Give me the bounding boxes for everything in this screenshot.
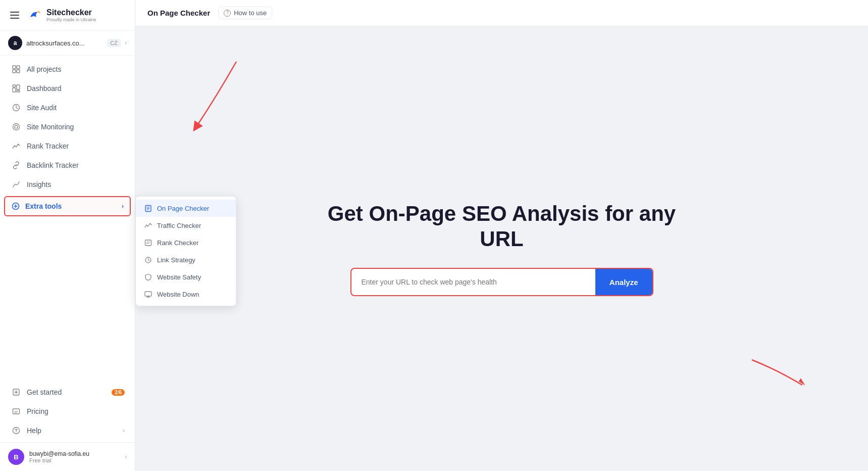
website-safety-icon xyxy=(144,273,152,281)
dropdown-item-label: Website Down xyxy=(157,291,199,298)
avatar: B xyxy=(8,449,24,465)
svg-point-11 xyxy=(15,125,18,128)
analyze-button[interactable]: Analyze xyxy=(595,269,652,295)
page-title: On Page Checker xyxy=(147,9,210,17)
sidebar-item-label: Dashboard xyxy=(27,84,62,92)
svg-rect-22 xyxy=(145,292,151,296)
url-input[interactable] xyxy=(351,278,595,286)
site-audit-icon xyxy=(12,103,21,112)
dropdown-item-label: Rank Checker xyxy=(157,239,198,247)
extra-tools-icon xyxy=(11,202,20,211)
account-chevron-icon: › xyxy=(125,453,127,460)
project-icon: a xyxy=(8,36,22,50)
dropdown-item-label: Website Safety xyxy=(157,273,201,281)
project-name: altrocksurfaces.co... xyxy=(26,39,103,47)
link-strategy-icon xyxy=(144,256,152,264)
rank-tracker-icon xyxy=(12,142,21,151)
traffic-checker-icon xyxy=(144,221,152,229)
logo-text: Sitechecker Proudly made in Ukraine xyxy=(46,8,96,22)
svg-rect-1 xyxy=(13,66,16,69)
url-input-container: Analyze xyxy=(350,268,653,296)
sidebar-header: Sitechecker Proudly made in Ukraine xyxy=(0,0,135,31)
sidebar-item-label: Get started xyxy=(27,388,62,396)
sidebar-item-pricing[interactable]: Pricing xyxy=(0,402,135,421)
site-monitoring-icon xyxy=(12,122,21,131)
annotation-arrow-top xyxy=(186,57,246,137)
sidebar-item-site-monitoring[interactable]: Site Monitoring xyxy=(0,117,135,136)
sidebar-item-label: Site Audit xyxy=(27,104,57,112)
svg-rect-6 xyxy=(17,85,20,89)
extra-tools-chevron-icon: › xyxy=(122,203,124,210)
help-icon xyxy=(12,426,21,435)
svg-rect-20 xyxy=(145,240,151,246)
sidebar-item-insights[interactable]: Insights xyxy=(0,175,135,194)
project-selector[interactable]: a altrocksurfaces.co... CZ › xyxy=(0,31,135,56)
svg-rect-4 xyxy=(17,70,20,73)
how-to-use-label: How to use xyxy=(234,9,267,17)
account-info: buwybi@ema-sofia.eu Free trial xyxy=(29,450,120,463)
dropdown-item-label: Traffic Checker xyxy=(157,222,201,229)
dropdown-item-on-page-checker[interactable]: On Page Checker xyxy=(136,200,236,217)
sidebar: Sitechecker Proudly made in Ukraine a al… xyxy=(0,0,135,471)
svg-rect-3 xyxy=(13,70,16,73)
logo-icon xyxy=(26,7,42,23)
main-content: Get On-Page SEO Analysis for any URL Ana… xyxy=(135,26,868,471)
dropdown-item-link-strategy[interactable]: Link Strategy xyxy=(136,251,236,268)
dropdown-item-rank-checker[interactable]: Rank Checker xyxy=(136,234,236,251)
dropdown-item-traffic-checker[interactable]: Traffic Checker xyxy=(136,217,236,234)
help-chevron-icon: › xyxy=(123,427,125,434)
sidebar-item-backlink-tracker[interactable]: Backlink Tracker xyxy=(0,156,135,175)
on-page-checker-icon xyxy=(144,204,152,212)
sidebar-item-get-started[interactable]: Get started 2/6 xyxy=(0,383,135,402)
main-heading: Get On-Page SEO Analysis for any URL xyxy=(325,201,679,252)
app-tagline: Proudly made in Ukraine xyxy=(46,17,96,22)
sidebar-item-label: All projects xyxy=(27,65,61,73)
sidebar-item-label: Pricing xyxy=(27,407,48,415)
website-down-icon xyxy=(144,290,152,298)
sidebar-item-label: Help xyxy=(27,427,41,435)
sidebar-item-help[interactable]: Help › xyxy=(0,421,135,440)
svg-point-10 xyxy=(13,124,20,130)
svg-point-18 xyxy=(16,432,17,433)
sidebar-item-label: Site Monitoring xyxy=(27,123,74,131)
logo: Sitechecker Proudly made in Ukraine xyxy=(26,7,96,23)
sidebar-bottom: Get started 2/6 Pricing Help › xyxy=(0,381,135,442)
dashboard-icon xyxy=(12,84,21,93)
pricing-icon xyxy=(12,407,21,416)
question-icon: ? xyxy=(224,10,231,17)
get-started-icon xyxy=(12,388,21,397)
sidebar-item-site-audit[interactable]: Site Audit xyxy=(0,98,135,117)
get-started-badge: 2/6 xyxy=(112,389,125,396)
sidebar-nav: All projects Dashboard Site Audit Site M… xyxy=(0,56,135,381)
how-to-use-button[interactable]: ? How to use xyxy=(218,7,272,19)
sidebar-item-label: Backlink Tracker xyxy=(27,161,79,169)
dropdown-item-label: Link Strategy xyxy=(157,256,195,264)
extra-tools-dropdown: On Page Checker Traffic Checker Rank Che… xyxy=(135,196,236,306)
hamburger-menu[interactable] xyxy=(8,10,21,21)
account-section[interactable]: B buwybi@ema-sofia.eu Free trial › xyxy=(0,442,135,471)
insights-icon xyxy=(12,180,21,189)
account-email: buwybi@ema-sofia.eu xyxy=(29,450,120,457)
svg-rect-2 xyxy=(17,66,20,69)
all-projects-icon xyxy=(12,65,21,74)
dropdown-item-label: On Page Checker xyxy=(157,205,209,212)
app-name: Sitechecker xyxy=(46,8,96,17)
project-code: CZ xyxy=(107,39,121,47)
account-plan: Free trial xyxy=(29,457,120,463)
sidebar-item-dashboard[interactable]: Dashboard xyxy=(0,79,135,98)
project-chevron-icon: › xyxy=(125,39,127,46)
svg-rect-7 xyxy=(13,88,16,92)
sidebar-item-all-projects[interactable]: All projects xyxy=(0,60,135,79)
sidebar-item-rank-tracker[interactable]: Rank Tracker xyxy=(0,136,135,156)
sidebar-item-label: Insights xyxy=(27,180,51,189)
main-area: On Page Checker ? How to use Get On-Page… xyxy=(135,0,868,471)
header: On Page Checker ? How to use xyxy=(135,0,868,26)
svg-rect-8 xyxy=(17,90,20,92)
sidebar-item-extra-tools[interactable]: Extra tools › xyxy=(4,196,131,216)
annotation-arrow-bottom xyxy=(747,355,807,395)
sidebar-item-label: Rank Tracker xyxy=(27,142,69,150)
rank-checker-icon xyxy=(144,239,152,247)
dropdown-item-website-down[interactable]: Website Down xyxy=(136,286,236,303)
svg-rect-5 xyxy=(13,85,16,87)
dropdown-item-website-safety[interactable]: Website Safety xyxy=(136,268,236,286)
